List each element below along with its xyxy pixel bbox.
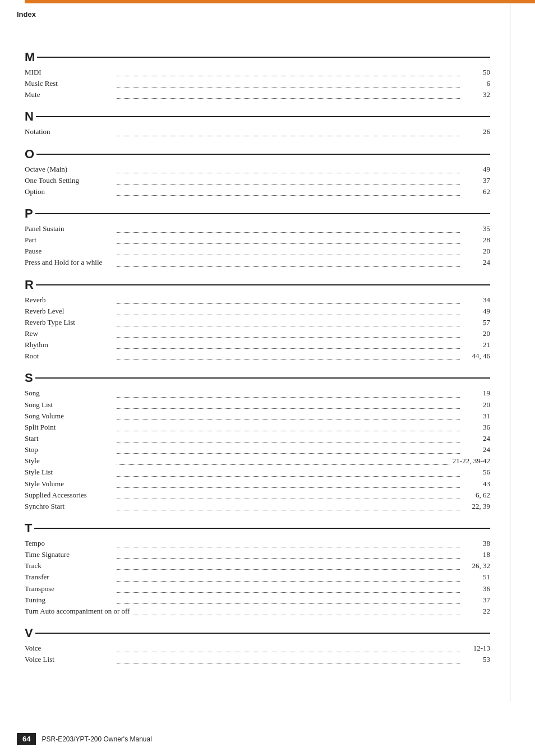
index-entry: Voice12-13 (25, 643, 490, 654)
entry-name: Reverb Type List (25, 317, 114, 328)
index-entry: Stop24 (25, 444, 490, 455)
entry-dots (117, 420, 460, 420)
entry-name: Synchro Start (25, 501, 114, 512)
index-entry: Song List20 (25, 399, 490, 411)
entry-page: 21 (462, 339, 490, 351)
section-letter-n: N (25, 109, 490, 124)
entry-dots (117, 499, 460, 499)
index-entry: Pause20 (25, 246, 490, 257)
entry-page: 6, 62 (462, 490, 490, 501)
index-entry: Music Rest6 (25, 78, 490, 89)
entry-name: Split Point (25, 422, 114, 433)
entry-dots (117, 98, 460, 99)
index-entry: Octave (Main)49 (25, 164, 490, 175)
entry-page: 24 (462, 257, 490, 268)
entry-page: 20 (462, 328, 490, 339)
entry-dots (117, 464, 450, 465)
entry-name: Root (25, 351, 114, 362)
entry-name: Tempo (25, 538, 114, 549)
index-content: MMIDI50Music Rest6Mute32NNotation26OOcta… (0, 24, 535, 685)
index-entry: MIDI50 (25, 67, 490, 78)
right-border-line (510, 0, 510, 701)
entry-name: Rew (25, 328, 114, 339)
entry-page: 51 (462, 571, 490, 583)
entry-page: 6 (462, 78, 490, 89)
index-entry: Song19 (25, 388, 490, 399)
entry-name: Style (25, 455, 114, 467)
entry-page: 31 (462, 411, 490, 422)
entry-dots (117, 487, 460, 488)
section-r: RReverb34Reverb Level49Reverb Type List5… (25, 278, 490, 362)
entry-name: Press and Hold for a while (25, 257, 114, 268)
entry-name: Stop (25, 444, 114, 455)
index-entry: Supplied Accessories6, 62 (25, 490, 490, 501)
entry-page: 21-22, 39-42 (453, 455, 490, 467)
entry-page: 44, 46 (462, 351, 490, 362)
index-entry: Transpose36 (25, 583, 490, 594)
entry-name: One Touch Setting (25, 175, 114, 186)
entry-dots (117, 232, 460, 233)
entry-dots (117, 266, 460, 267)
entry-page: 56 (462, 467, 490, 478)
index-entry: Start24 (25, 433, 490, 444)
entry-dots (117, 547, 460, 547)
section-letter-t: T (25, 521, 490, 536)
entry-page: 22, 39 (462, 501, 490, 512)
index-entry: Rew20 (25, 328, 490, 339)
index-entry: Transfer51 (25, 571, 490, 583)
entry-dots (117, 592, 460, 593)
index-entry: Panel Sustain35 (25, 223, 490, 234)
index-entry: Time Signature18 (25, 549, 490, 560)
section-m: MMIDI50Music Rest6Mute32 (25, 50, 490, 100)
section-letter-s: S (25, 371, 490, 385)
entry-dots (117, 476, 460, 477)
entry-dots (117, 397, 460, 398)
entry-name: Part (25, 234, 114, 246)
entry-dots (117, 652, 460, 652)
index-entry: Style Volume43 (25, 478, 490, 490)
entry-name: Reverb (25, 294, 114, 306)
entry-name: Style List (25, 467, 114, 478)
entry-page: 37 (462, 175, 490, 186)
index-entry: Press and Hold for a while24 (25, 257, 490, 268)
entry-page: 26, 32 (462, 560, 490, 571)
entry-dots (117, 603, 460, 604)
entry-dots (117, 408, 460, 409)
entry-dots (117, 510, 460, 510)
entry-page: 34 (462, 294, 490, 306)
footer-manual-text: PSR-E203/YPT-200 Owner's Manual (41, 735, 151, 743)
entry-dots (117, 558, 460, 559)
index-entry: Rhythm21 (25, 339, 490, 351)
entry-page: 49 (462, 164, 490, 175)
top-bar-decoration (25, 0, 535, 3)
entry-page: 22 (462, 606, 490, 617)
entry-dots (132, 615, 460, 615)
entry-page: 37 (462, 594, 490, 606)
entry-page: 35 (462, 223, 490, 234)
entry-dots (117, 315, 460, 315)
entry-page: 28 (462, 234, 490, 246)
entry-dots (117, 359, 460, 360)
page: Index MMIDI50Music Rest6Mute32NNotation2… (0, 0, 535, 756)
entry-page: 19 (462, 388, 490, 399)
section-s: SSong19Song List20Song Volume31Split Poi… (25, 371, 490, 512)
index-entry: Reverb Type List57 (25, 317, 490, 328)
entry-page: 36 (462, 583, 490, 594)
entry-name: Song List (25, 399, 114, 411)
entry-dots (117, 87, 460, 87)
entry-dots (117, 195, 460, 196)
index-entry: One Touch Setting37 (25, 175, 490, 186)
entry-page: 32 (462, 89, 490, 100)
entry-name: Transfer (25, 571, 114, 583)
entry-page: 26 (462, 126, 490, 137)
section-o: OOctave (Main)49One Touch Setting37Optio… (25, 147, 490, 197)
index-entry: Voice List53 (25, 654, 490, 665)
entry-name: Start (25, 433, 114, 444)
entry-dots (117, 184, 460, 185)
section-letter-r: R (25, 278, 490, 292)
entry-dots (117, 76, 460, 76)
entry-page: 53 (462, 654, 490, 665)
entry-name: Style Volume (25, 478, 114, 490)
entry-page: 36 (462, 422, 490, 433)
index-entry: Reverb Level49 (25, 306, 490, 317)
